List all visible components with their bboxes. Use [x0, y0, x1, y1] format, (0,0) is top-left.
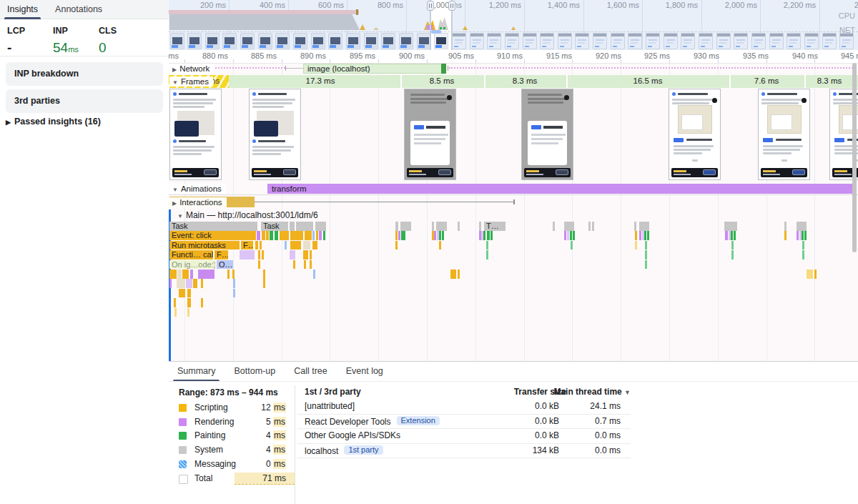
flame-bar[interactable]	[285, 241, 287, 250]
flame-bar[interactable]	[814, 270, 817, 279]
track-label-frames[interactable]: ▼Frames	[169, 76, 213, 87]
flame-bar[interactable]	[724, 222, 737, 231]
tab-event-log[interactable]: Event log	[346, 362, 383, 381]
flame-bar[interactable]	[315, 222, 326, 231]
insight-card-inp-breakdown[interactable]: INP breakdown	[6, 62, 163, 86]
metric-inp[interactable]: INP 54ms	[53, 26, 99, 56]
flame-bar[interactable]	[592, 222, 594, 231]
metric-lcp[interactable]: LCP -	[7, 26, 53, 56]
flame-bar-task[interactable]: Task	[261, 222, 288, 231]
flame-bar[interactable]	[290, 250, 295, 260]
flame-bar[interactable]	[573, 231, 575, 240]
flame-bar[interactable]	[275, 231, 278, 240]
flame-bar[interactable]	[310, 250, 312, 260]
flame-bar[interactable]	[266, 231, 269, 240]
flame-bar[interactable]	[432, 222, 434, 231]
flame-bar[interactable]	[177, 279, 185, 288]
flame-bar[interactable]	[395, 241, 398, 250]
flame-bar[interactable]	[177, 270, 182, 279]
flame-bar[interactable]	[182, 270, 189, 279]
flame-bar[interactable]	[635, 241, 637, 250]
flame-bar[interactable]	[169, 279, 172, 288]
animation-transform-bar[interactable]: transform	[267, 184, 853, 194]
selection-handle-right[interactable]	[448, 1, 455, 11]
flame-bar[interactable]	[645, 250, 647, 260]
flame-bar[interactable]	[310, 260, 312, 270]
flame-bar[interactable]	[187, 289, 191, 298]
tab-bottom-up[interactable]: Bottom-up	[234, 362, 275, 381]
flame-bar[interactable]	[645, 241, 647, 250]
selection-handle-left[interactable]	[427, 1, 434, 11]
flame-bar[interactable]	[731, 231, 733, 240]
flame-bar[interactable]	[312, 231, 315, 240]
insight-card-3rd-parties[interactable]: 3rd parties	[6, 89, 163, 113]
flame-bar[interactable]	[564, 222, 574, 231]
flame-bar[interactable]	[201, 298, 203, 307]
tab-annotations[interactable]: Annotations	[55, 0, 102, 19]
flame-bar[interactable]	[270, 231, 273, 240]
frame-screenshot-thumbnail[interactable]	[669, 89, 721, 180]
track-label-interactions[interactable]: ▶Interactions	[169, 197, 227, 207]
flame-bar[interactable]	[193, 279, 197, 288]
col-header-main-thread-time[interactable]: Main thread time ▼	[553, 387, 631, 397]
frame-screenshot-thumbnail[interactable]	[758, 89, 810, 180]
track-label-network[interactable]: ▶Network	[169, 64, 214, 74]
flame-bar[interactable]	[319, 231, 322, 240]
flame-bar[interactable]	[263, 270, 265, 279]
flame-bar-t[interactable]: T…	[484, 222, 506, 231]
flame-bar[interactable]	[553, 222, 555, 231]
flame-bar[interactable]	[174, 308, 177, 317]
flame-bar[interactable]	[483, 231, 485, 240]
flame-bar[interactable]	[187, 308, 189, 317]
flame-bar-on-ig-ode[interactable]: On ig…ode:)	[169, 260, 215, 270]
flame-bar[interactable]	[323, 231, 325, 240]
flame-bar[interactable]	[303, 250, 308, 260]
flame-bar[interactable]	[290, 222, 295, 231]
frames-track[interactable]: ns 17.3 ms8.5 ms8.3 ms16.5 ms7.6 ms8.3 m…	[169, 75, 858, 88]
flame-bar[interactable]	[588, 222, 591, 231]
flame-bar[interactable]	[490, 231, 493, 240]
flame-bar[interactable]	[807, 270, 813, 279]
frame-screenshot-thumbnail[interactable]	[521, 89, 573, 180]
flame-bar[interactable]	[784, 231, 786, 240]
flame-bar[interactable]	[797, 222, 807, 231]
flame-bar[interactable]	[802, 250, 804, 260]
flame-bar[interactable]	[645, 260, 647, 270]
flame-bar[interactable]	[232, 270, 235, 279]
flame-bar[interactable]	[442, 231, 444, 240]
network-request-image[interactable]: image (localhost)	[303, 64, 446, 74]
flame-bar[interactable]	[403, 231, 405, 240]
breadcrumb-chip[interactable]	[431, 30, 441, 34]
flame-bar[interactable]	[802, 241, 804, 250]
table-row[interactable]: React Developer ToolsExtension0.0 kB0.7 …	[297, 415, 631, 430]
tab-summary[interactable]: Summary	[177, 362, 215, 381]
flame-bar[interactable]	[258, 250, 260, 260]
flame-bar[interactable]	[639, 231, 641, 240]
flame-bar[interactable]	[639, 222, 649, 231]
flame-bar[interactable]	[395, 222, 398, 231]
flame-bar[interactable]	[260, 241, 262, 250]
flame-bar[interactable]	[731, 241, 734, 250]
timeline-overview[interactable]: 200 ms400 ms600 ms800 ms1,000 ms1,200 ms…	[169, 0, 858, 51]
flame-bar[interactable]	[634, 222, 636, 231]
flame-bar[interactable]	[797, 231, 799, 240]
flame-bar[interactable]	[233, 279, 235, 288]
flame-bar[interactable]	[571, 241, 573, 250]
flame-bar[interactable]	[734, 231, 736, 240]
flame-bar[interactable]	[479, 222, 481, 231]
tab-call-tree[interactable]: Call tree	[294, 362, 327, 381]
flame-bar[interactable]	[290, 231, 303, 240]
flame-bar[interactable]	[439, 241, 441, 250]
flame-bar[interactable]	[731, 250, 734, 260]
flame-bar[interactable]	[174, 298, 176, 307]
flame-bar-task[interactable]: Task	[169, 222, 257, 231]
flame-bar[interactable]	[293, 260, 295, 270]
flame-bar-run-microtasks[interactable]: Run microtasks	[169, 241, 240, 250]
flame-bar[interactable]	[644, 231, 646, 240]
flame-bar[interactable]	[198, 270, 214, 279]
metric-cls[interactable]: CLS 0	[99, 26, 144, 56]
flame-bar[interactable]	[316, 231, 318, 240]
table-row[interactable]: localhost1st party134 kB0.0 ms	[297, 444, 631, 459]
passed-insights-toggle[interactable]: ▶Passed insights (16)	[6, 117, 101, 127]
frame-screenshot-thumbnail[interactable]	[169, 89, 222, 180]
